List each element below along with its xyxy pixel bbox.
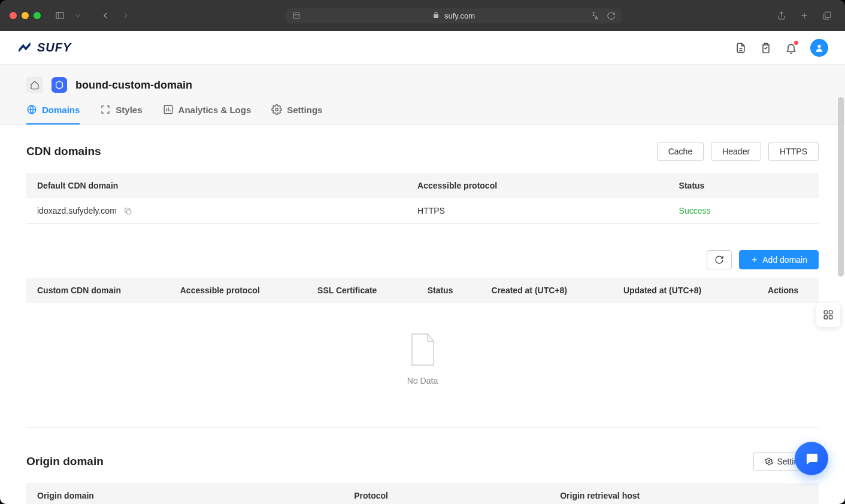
minimize-window-button[interactable] [22,12,29,19]
protocol-value: HTTPS [407,198,668,224]
page-title: bound-custom-domain [75,79,192,92]
chevron-down-icon[interactable] [69,7,86,24]
svg-rect-6 [825,12,831,17]
brand-text: SUFY [37,41,71,54]
tab-domains[interactable]: Domains [26,104,80,125]
svg-marker-8 [56,81,63,89]
forward-button[interactable] [117,7,134,24]
empty-text: No Data [26,376,819,385]
svg-point-7 [817,44,820,47]
origin-table: Origin domain Protocol Origin retrieval … [26,483,819,504]
tab-label: Settings [287,105,322,115]
th-status: Status [668,173,819,198]
chart-icon [163,104,174,115]
tabs-overview-button[interactable] [819,7,835,24]
apps-grid-button[interactable] [816,303,840,327]
tabs: Domains Styles Analytics & Logs Settings [0,93,845,125]
reload-icon[interactable] [607,11,616,20]
svg-rect-17 [829,311,832,314]
tab-label: Styles [116,105,142,115]
notification-badge [794,41,798,45]
th-protocol: Accessible protocol [407,173,668,198]
status-value: Success [668,198,819,224]
th-actions: Actions [747,278,819,303]
reload-icon [714,255,724,265]
gear-icon [765,457,773,466]
svg-rect-0 [56,13,63,19]
new-tab-button[interactable] [796,7,813,24]
th-protocol: Accessible protocol [169,278,307,303]
home-button[interactable] [26,77,43,93]
translate-icon[interactable] [591,11,601,20]
th-ssl: SSL Certificate [307,278,417,303]
docs-icon[interactable] [735,42,747,54]
https-button[interactable]: HTTPS [768,142,819,161]
th-updated: Updated at (UTC+8) [613,278,748,303]
svg-point-15 [768,461,771,463]
globe-icon [26,104,37,115]
th-origin-host: Origin retrieval host [549,483,819,504]
th-origin-domain: Origin domain [26,483,343,504]
brand-logo[interactable]: SUFY [17,40,71,56]
th-custom-domain: Custom CDN domain [26,278,169,303]
tab-analytics[interactable]: Analytics & Logs [163,104,252,125]
tab-label: Domains [42,105,80,115]
th-status: Status [417,278,481,303]
svg-rect-2 [293,13,299,18]
grid-icon [823,309,834,320]
header-button[interactable]: Header [711,142,761,161]
cache-button[interactable]: Cache [657,142,704,161]
scan-icon [100,104,111,115]
add-domain-label: Add domain [762,255,807,265]
notifications-icon[interactable] [785,42,797,54]
browser-toolbar: sufy.com [0,0,845,31]
address-bar[interactable]: sufy.com [286,8,622,23]
sidebar-toggle-button[interactable] [52,7,68,24]
website-settings-icon [292,11,301,20]
plus-icon [750,256,759,264]
section-title-origin: Origin domain [26,455,104,468]
table-row: idoxazd.sufydely.com HTTPS Success [26,198,819,224]
gear-icon [271,104,282,115]
share-button[interactable] [773,7,790,24]
maximize-window-button[interactable] [34,12,41,19]
th-default-domain: Default CDN domain [26,173,407,198]
copy-icon[interactable] [124,207,132,215]
user-avatar[interactable] [810,39,828,57]
empty-state: No Data [26,303,819,421]
tab-settings[interactable]: Settings [271,104,322,125]
custom-cdn-table: Custom CDN domain Accessible protocol SS… [26,278,819,303]
back-button[interactable] [97,7,114,24]
logo-icon [17,40,32,56]
scrollbar[interactable] [838,97,844,277]
lock-icon [432,11,440,20]
refresh-button[interactable] [707,250,732,269]
svg-point-11 [275,108,278,111]
th-origin-protocol: Protocol [343,483,549,504]
breadcrumb: bound-custom-domain [0,65,845,93]
section-title-cdn: CDN domains [26,145,101,158]
resource-icon [52,77,67,93]
add-domain-button[interactable]: Add domain [739,250,819,269]
svg-rect-12 [126,210,131,214]
tab-label: Analytics & Logs [178,105,252,115]
th-created: Created at (UTC+8) [481,278,613,303]
tab-styles[interactable]: Styles [100,104,142,125]
file-icon [410,333,436,366]
url-text: sufy.com [444,11,475,20]
svg-rect-18 [824,316,827,319]
default-cdn-table: Default CDN domain Accessible protocol S… [26,173,819,224]
svg-rect-19 [829,316,832,319]
chat-button[interactable] [795,442,828,475]
tasks-icon[interactable] [760,42,772,54]
close-window-button[interactable] [10,12,17,19]
domain-value: idoxazd.sufydely.com [37,206,117,215]
chat-icon [804,451,819,466]
svg-rect-16 [824,311,827,314]
app-header: SUFY [0,31,845,65]
window-controls [10,12,41,19]
